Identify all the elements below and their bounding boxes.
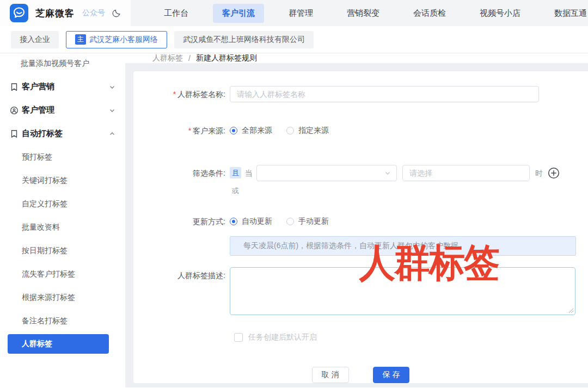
description-textarea[interactable] bbox=[230, 267, 575, 315]
breadcrumb-separator: / bbox=[188, 54, 191, 63]
filter-prefix-text: 当 bbox=[245, 165, 253, 181]
update-mode-hint: 每天凌晨(6点前)，根据筛选条件，自动更新人群包中的客户数据 bbox=[230, 236, 576, 256]
nav-item-chat-inspection[interactable]: 会话质检 bbox=[404, 4, 455, 23]
access-enterprise-button[interactable]: 接入企业 bbox=[11, 31, 59, 48]
form-row-description: 人群标签描述: bbox=[133, 267, 588, 317]
radio-dot-icon bbox=[286, 127, 294, 134]
radio-label: 手动更新 bbox=[298, 217, 329, 226]
form-actions: 取 消 保 存 bbox=[133, 367, 588, 383]
radio-label: 指定来源 bbox=[298, 126, 329, 136]
body: 批量添加视频号客户 客户营销 客户管理 bbox=[0, 53, 588, 387]
customer-icon bbox=[10, 106, 19, 115]
form-row-filter-conditions: 筛选条件: 且 或 当 时 bbox=[133, 165, 588, 196]
default-on-row: 任务创建后默认开启 bbox=[234, 332, 588, 342]
radio-dot-icon bbox=[230, 127, 237, 134]
top-navbar: 芝麻微客 公众号 工作台 客户引流 群管理 营销裂变 会话质检 视频号小店 数据… bbox=[0, 0, 588, 26]
required-mark: * bbox=[173, 90, 176, 98]
filter-field-select[interactable] bbox=[256, 165, 397, 181]
sidebar-group-customer-marketing[interactable]: 客户营销 bbox=[0, 75, 125, 98]
default-on-label: 任务创建后默认开启 bbox=[248, 332, 317, 342]
app-logo-icon bbox=[10, 4, 28, 22]
nav-item-workbench[interactable]: 工作台 bbox=[155, 4, 198, 23]
radio-manual-update[interactable]: 手动更新 bbox=[286, 217, 329, 226]
radio-dot-icon bbox=[230, 218, 237, 225]
tag-name-input[interactable] bbox=[230, 86, 539, 102]
filter-suffix-text: 时 bbox=[535, 165, 543, 181]
sidebar-group-label: 自动打标签 bbox=[22, 128, 109, 139]
chevron-down-icon bbox=[384, 170, 391, 176]
default-on-checkbox[interactable] bbox=[234, 333, 243, 342]
required-mark: * bbox=[188, 126, 191, 135]
customer-source-label: *客户来源: bbox=[133, 122, 230, 139]
brand-name: 芝麻微客 bbox=[35, 7, 75, 20]
breadcrumb-parent-link[interactable]: 人群标签 bbox=[152, 53, 183, 63]
sidebar-item-source-tag[interactable]: 根据来源打标签 bbox=[0, 286, 125, 309]
sidebar-group-label: 客户营销 bbox=[22, 82, 109, 92]
nav-item-customer-acquisition[interactable]: 客户引流 bbox=[213, 4, 264, 23]
description-label: 人群标签描述: bbox=[133, 267, 230, 284]
save-button[interactable]: 保 存 bbox=[373, 367, 410, 383]
form-row-customer-source: *客户来源: 全部来源 指定来源 bbox=[133, 122, 588, 139]
nav-item-marketing-fission[interactable]: 营销裂变 bbox=[338, 4, 389, 23]
sidebar-item-batch-add-video-customers[interactable]: 批量添加视频号客户 bbox=[0, 56, 125, 75]
main-content: 人群标签 / 新建人群标签规则 *人群标签名称: *客户来源: bbox=[125, 53, 588, 387]
page-background: *人群标签名称: *客户来源: 全部来源 bbox=[125, 63, 588, 387]
sidebar-item-remark-name-tag[interactable]: 备注名打标签 bbox=[0, 309, 125, 332]
top-nav-menu: 工作台 客户引流 群管理 营销裂变 会话质检 视频号小店 数据互通 bbox=[131, 0, 588, 26]
radio-dot-icon bbox=[286, 218, 294, 225]
company-name: 武汉咸鱼不想上班网络科技有限公司 bbox=[183, 35, 305, 45]
company-tab[interactable]: 武汉咸鱼不想上班网络科技有限公司 bbox=[174, 31, 314, 48]
sidebar-item-pre-tag[interactable]: 预打标签 bbox=[0, 145, 125, 169]
company-tab-active[interactable]: 主 武汉芝麻小客服网络 bbox=[66, 31, 167, 48]
tag-name-label: *人群标签名称: bbox=[133, 86, 230, 102]
radio-all-sources[interactable]: 全部来源 bbox=[230, 126, 272, 136]
form-row-tag-name: *人群标签名称: bbox=[133, 86, 588, 102]
conjunction-toggle: 且 或 bbox=[230, 165, 241, 196]
page-title: 新建人群标签规则 bbox=[196, 53, 257, 63]
sidebar-item-custom-tag[interactable]: 自定义打标签 bbox=[0, 192, 125, 215]
sidebar-group-customer-management[interactable]: 客户管理 bbox=[0, 98, 125, 122]
cancel-button[interactable]: 取 消 bbox=[312, 367, 349, 383]
sidebar-item-date-tag[interactable]: 按日期打标签 bbox=[0, 239, 125, 262]
conjunction-and-button[interactable]: 且 bbox=[230, 167, 241, 178]
sidebar-item-batch-edit-profile[interactable]: 批量改资料 bbox=[0, 215, 125, 239]
form-row-update-mode: 更新方式: 自动更新 手动更新 每天凌晨(6点前) bbox=[133, 213, 588, 256]
plus-circle-icon bbox=[548, 167, 560, 179]
nav-item-group-management[interactable]: 群管理 bbox=[279, 4, 322, 23]
sidebar-group-label: 客户管理 bbox=[22, 105, 109, 115]
sidebar-group-auto-tagging[interactable]: 自动打标签 bbox=[0, 122, 125, 145]
sidebar: 批量添加视频号客户 客户营销 客户管理 bbox=[0, 53, 125, 387]
company-name: 武汉芝麻小客服网络 bbox=[89, 35, 158, 45]
add-condition-button[interactable] bbox=[548, 167, 560, 179]
chevron-down-icon bbox=[109, 84, 115, 90]
sidebar-item-keyword-tag[interactable]: 关键词打标签 bbox=[0, 169, 125, 192]
main-company-badge: 主 bbox=[75, 34, 86, 45]
radio-auto-update[interactable]: 自动更新 bbox=[230, 217, 272, 226]
radio-label: 全部来源 bbox=[242, 126, 272, 136]
bookmark-icon bbox=[10, 130, 19, 138]
update-mode-label: 更新方式: bbox=[133, 213, 230, 230]
moon-icon[interactable] bbox=[112, 8, 121, 18]
filter-conditions-label: 筛选条件: bbox=[133, 165, 230, 181]
chevron-down-icon bbox=[109, 107, 115, 114]
chevron-up-icon bbox=[109, 131, 115, 137]
breadcrumb: 人群标签 / 新建人群标签规则 bbox=[125, 53, 588, 63]
bookmark-icon bbox=[10, 83, 19, 91]
nav-item-data-exchange[interactable]: 数据互通 bbox=[545, 4, 588, 23]
sidebar-item-audience-tag[interactable]: 人群标签 bbox=[8, 334, 109, 354]
radio-label: 自动更新 bbox=[242, 217, 272, 226]
brand-area: 芝麻微客 公众号 bbox=[0, 0, 131, 26]
nav-item-video-shop[interactable]: 视频号小店 bbox=[470, 4, 530, 23]
workspace-bar: 接入企业 主 武汉芝麻小客服网络 武汉咸鱼不想上班网络科技有限公司 bbox=[0, 26, 588, 53]
conjunction-or-button[interactable]: 或 bbox=[232, 186, 239, 196]
brand-badge: 公众号 bbox=[82, 8, 105, 18]
radio-specified-sources[interactable]: 指定来源 bbox=[286, 126, 329, 136]
form-card: *人群标签名称: *客户来源: 全部来源 bbox=[133, 71, 588, 383]
filter-value-input[interactable] bbox=[402, 165, 530, 181]
sidebar-item-churned-customer-tag[interactable]: 流失客户打标签 bbox=[0, 262, 125, 286]
